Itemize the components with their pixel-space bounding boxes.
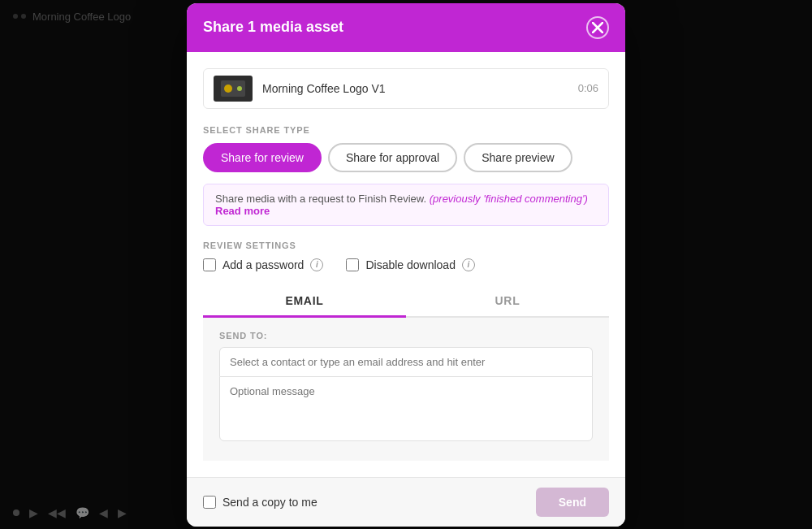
tab-content-email: SEND TO: <box>203 318 609 461</box>
share-preview-button[interactable]: Share preview <box>464 143 572 172</box>
copy-me-row: Send a copy to me <box>203 496 317 509</box>
info-text: Share media with a request to Finish Rev… <box>215 193 430 205</box>
share-type-buttons: Share for review Share for approval Shar… <box>203 143 609 172</box>
review-settings: REVIEW SETTINGS Add a password i Disable… <box>203 241 609 271</box>
info-previously: (previously 'finished commenting') <box>430 193 588 205</box>
checkbox-row: Add a password i Disable download i <box>203 258 609 271</box>
send-copy-checkbox[interactable] <box>203 496 216 509</box>
tabs: EMAIL URL <box>203 286 609 318</box>
tab-email[interactable]: EMAIL <box>203 286 406 318</box>
message-input[interactable] <box>219 376 593 441</box>
close-button[interactable] <box>586 16 609 39</box>
asset-name: Morning Coffee Logo V1 <box>262 82 568 95</box>
disable-download-checkbox[interactable] <box>346 258 359 271</box>
read-more-link[interactable]: Read more <box>215 205 270 217</box>
add-password-checkbox[interactable] <box>203 258 216 271</box>
modal-overlay: Share 1 media asset Morning Coffee Logo … <box>0 0 812 529</box>
email-input[interactable] <box>219 347 593 376</box>
modal-title: Share 1 media asset <box>203 19 343 36</box>
info-banner: Share media with a request to Finish Rev… <box>203 184 609 226</box>
asset-duration: 0:06 <box>578 82 598 94</box>
password-checkbox-item: Add a password i <box>203 258 323 271</box>
asset-thumbnail <box>214 76 253 102</box>
send-button[interactable]: Send <box>536 488 609 517</box>
add-password-label: Add a password <box>222 258 304 271</box>
send-copy-label: Send a copy to me <box>222 496 317 509</box>
asset-thumb-inner <box>221 80 245 97</box>
tab-url[interactable]: URL <box>406 286 609 318</box>
download-info-icon: i <box>462 258 475 271</box>
password-info-icon: i <box>310 258 323 271</box>
share-modal: Share 1 media asset Morning Coffee Logo … <box>187 3 625 527</box>
send-to-label: SEND TO: <box>219 331 593 340</box>
asset-row: Morning Coffee Logo V1 0:06 <box>203 68 609 109</box>
modal-header: Share 1 media asset <box>187 3 625 52</box>
share-for-approval-button[interactable]: Share for approval <box>328 143 457 172</box>
modal-body: Morning Coffee Logo V1 0:06 SELECT SHARE… <box>187 52 625 477</box>
disable-download-label: Disable download <box>365 258 456 271</box>
modal-footer: Send a copy to me Send <box>187 477 625 527</box>
share-for-review-button[interactable]: Share for review <box>203 143 322 172</box>
share-type-label: SELECT SHARE TYPE <box>203 125 609 135</box>
download-checkbox-item: Disable download i <box>346 258 475 271</box>
review-settings-label: REVIEW SETTINGS <box>203 241 609 250</box>
